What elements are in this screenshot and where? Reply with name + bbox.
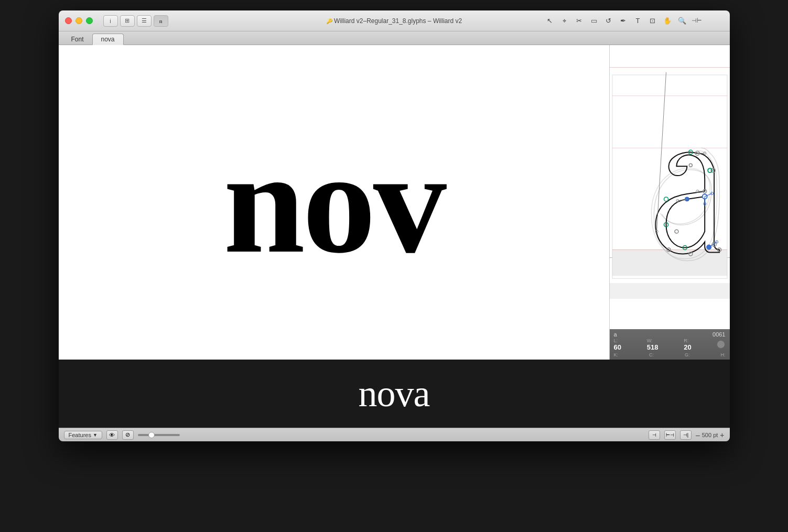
list-button[interactable]: ☰ [137, 15, 152, 27]
svg-point-28 [706, 245, 711, 249]
glyph-char-name: a [614, 331, 617, 338]
bottom-preview-strip: nova [59, 360, 730, 428]
metric-labels-row: K: C: G: H: [614, 352, 726, 357]
glyph-metrics: L: 60 W: 518 R: 20 [614, 338, 726, 351]
c-label: C: [649, 352, 654, 357]
select-tool[interactable]: ↖ [543, 15, 557, 27]
close-button[interactable] [65, 17, 72, 24]
features-chevron-icon: ▼ [93, 432, 98, 438]
glyph-svg [610, 45, 730, 329]
features-label: Features [69, 432, 91, 438]
glyph-unicode: 0061 [713, 331, 725, 338]
align-center-button[interactable]: ⊢⊣ [664, 430, 676, 440]
preview-icon: n [159, 18, 162, 24]
l-label: L: [614, 338, 618, 343]
main-content: nov [59, 45, 730, 360]
tab-nova-label: nova [101, 36, 115, 43]
tool-buttons: ↖ ⌖ ✂ ▭ ↺ ✒ T ⊡ ✋ 🔍 ⊣⊢ [543, 15, 704, 27]
eye-icon: 👁 [109, 432, 115, 438]
rotate-tool[interactable]: ↺ [602, 15, 616, 27]
r-value: 20 [684, 343, 691, 351]
tab-font-label: Font [71, 36, 84, 43]
w-value: 518 [647, 343, 659, 351]
align-right-icon: ⊣| [683, 432, 688, 438]
preview-text: nov [223, 129, 444, 276]
zoom-controls: – 500 pt + [696, 431, 725, 439]
tab-nova[interactable]: nova [92, 34, 124, 45]
tab-font[interactable]: Font [63, 34, 92, 45]
bottom-preview-text: nova [359, 372, 430, 416]
preview-button[interactable]: n [154, 15, 168, 27]
k-label: K: [614, 352, 619, 357]
lock-button[interactable]: ⊘ [122, 430, 134, 440]
svg-rect-4 [612, 249, 727, 276]
align-left-icon: ⊣ [652, 432, 656, 438]
l-value: 60 [614, 343, 621, 351]
hand-tool[interactable]: ✋ [661, 15, 674, 27]
metric-w: W: 518 [647, 338, 659, 351]
zoom-minus-label[interactable]: – [696, 431, 700, 439]
align-left-button[interactable]: ⊣ [649, 430, 660, 440]
title-text: Williard v2–Regular_31_8.glyphs – Willia… [334, 17, 462, 25]
scissors-tool[interactable]: ✂ [573, 15, 586, 27]
zoom-value: 500 pt [702, 432, 718, 438]
lock-icon: ⊘ [125, 431, 130, 438]
metric-r: R: 20 [684, 338, 691, 351]
preview-area: nov [59, 45, 609, 360]
eye-button[interactable]: 👁 [106, 430, 118, 440]
zoom-tool[interactable]: 🔍 [675, 15, 689, 27]
traffic-lights [65, 17, 93, 24]
list-icon: ☰ [142, 17, 147, 24]
align-right-button[interactable]: ⊣| [680, 430, 692, 440]
view-buttons: i ⊞ ☰ n [103, 15, 168, 27]
cycle-button[interactable] [717, 340, 725, 349]
info-icon: i [110, 18, 111, 24]
features-button[interactable]: Features ▼ [64, 431, 102, 439]
glyph-panel: a 0061 L: 60 W: 518 R: 20 [609, 45, 730, 360]
glyph-info-top: a 0061 [614, 331, 726, 338]
app-window: i ⊞ ☰ n 🔑 Williard v2–Regular_31_8.glyph… [59, 10, 730, 441]
text-tool[interactable]: T [631, 15, 645, 27]
ruler-tool[interactable]: ⊣⊢ [690, 15, 704, 27]
lasso-tool[interactable]: ⌖ [558, 15, 571, 27]
rect-tool[interactable]: ▭ [587, 15, 601, 27]
info-button[interactable]: i [103, 15, 118, 27]
r-label: R: [684, 338, 688, 343]
w-label: W: [647, 338, 653, 343]
align-center-icon: ⊢⊣ [666, 432, 674, 438]
zoom-plus-label[interactable]: + [720, 431, 724, 439]
zoom-slider[interactable] [138, 434, 180, 436]
pen-tool[interactable]: ✒ [617, 15, 630, 27]
titlebar: i ⊞ ☰ n 🔑 Williard v2–Regular_31_8.glyph… [59, 10, 730, 31]
glyph-editor[interactable] [610, 45, 730, 329]
window-title: 🔑 Williard v2–Regular_31_8.glyphs – Will… [326, 17, 462, 25]
tabs-bar: Font nova [59, 31, 730, 45]
g-label: G: [685, 352, 690, 357]
maximize-button[interactable] [86, 17, 93, 24]
grid-icon: ⊞ [125, 17, 129, 24]
expand-tool[interactable]: ⊡ [646, 15, 660, 27]
metric-l: L: 60 [614, 338, 621, 351]
minimize-button[interactable] [75, 17, 82, 24]
bottom-toolbar: Features ▼ 👁 ⊘ ⊣ ⊢⊣ ⊣| – 500 pt + [59, 428, 730, 441]
title-icon: 🔑 [326, 18, 332, 24]
h-label: H: [720, 352, 725, 357]
grid-button[interactable]: ⊞ [120, 15, 135, 27]
glyph-info-bar: a 0061 L: 60 W: 518 R: 20 [610, 329, 730, 360]
